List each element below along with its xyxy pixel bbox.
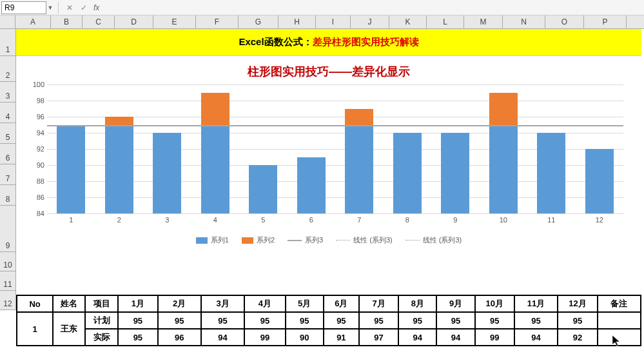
- row-header[interactable]: 8: [0, 185, 15, 206]
- row-header[interactable]: 11: [0, 271, 15, 291]
- cancel-icon[interactable]: ✕: [63, 3, 77, 12]
- select-all-corner[interactable]: [0, 15, 15, 28]
- legend-swatch-blue: [196, 237, 208, 244]
- table-cell[interactable]: 95: [558, 312, 597, 329]
- row-header[interactable]: 6: [0, 144, 15, 164]
- row-header[interactable]: 2: [0, 56, 15, 82]
- table-header-cell[interactable]: 项目: [85, 295, 118, 312]
- table-header-cell[interactable]: 10月: [475, 295, 514, 312]
- column-header[interactable]: L: [427, 15, 464, 28]
- column-header[interactable]: K: [389, 15, 427, 28]
- table-header-cell[interactable]: No: [17, 295, 53, 312]
- table-header-cell[interactable]: 7月: [359, 295, 398, 312]
- bar-series1[interactable]: [153, 133, 181, 213]
- table-header-cell[interactable]: 姓名: [53, 295, 85, 312]
- row-header[interactable]: 3: [0, 82, 15, 103]
- bar-series1[interactable]: [201, 125, 229, 214]
- table-cell[interactable]: 91: [324, 329, 359, 346]
- table-header-cell[interactable]: 8月: [398, 295, 436, 312]
- confirm-icon[interactable]: ✓: [77, 3, 91, 12]
- table-cell[interactable]: 96: [158, 329, 201, 346]
- table-cell[interactable]: 95: [475, 312, 514, 329]
- table-cell[interactable]: 99: [475, 329, 514, 346]
- table-header-cell[interactable]: 9月: [436, 295, 474, 312]
- table-header-cell[interactable]: 2月: [158, 295, 201, 312]
- table-cell[interactable]: 95: [398, 312, 436, 329]
- column-header[interactable]: D: [115, 15, 153, 28]
- column-header[interactable]: E: [153, 15, 196, 28]
- bar-series1[interactable]: [585, 149, 614, 213]
- table-header-cell[interactable]: 1月: [118, 295, 157, 312]
- table-cell[interactable]: [598, 312, 641, 329]
- table-cell[interactable]: 95: [118, 329, 157, 346]
- table-header-cell[interactable]: 4月: [244, 295, 285, 312]
- row-header[interactable]: 5: [0, 123, 15, 144]
- column-header[interactable]: A: [15, 15, 51, 28]
- table-cell[interactable]: 95: [514, 312, 558, 329]
- bar-series1[interactable]: [441, 133, 469, 213]
- table-cell[interactable]: 95: [158, 312, 201, 329]
- column-header[interactable]: C: [83, 15, 115, 28]
- table-header-cell[interactable]: 备注: [598, 295, 641, 312]
- name-box-dropdown-icon[interactable]: ▼: [46, 5, 54, 11]
- row-header[interactable]: 9: [0, 206, 15, 252]
- table-cell[interactable]: 94: [514, 329, 558, 346]
- table-header-cell[interactable]: 5月: [286, 295, 324, 312]
- table-cell[interactable]: 95: [436, 312, 474, 329]
- bar-series1[interactable]: [393, 133, 422, 213]
- column-header[interactable]: O: [545, 15, 584, 28]
- table-cell[interactable]: 实际: [85, 329, 118, 346]
- table-cell[interactable]: 94: [436, 329, 474, 346]
- row-header[interactable]: 12: [0, 291, 15, 310]
- table-cell[interactable]: 95: [359, 312, 398, 329]
- table-cell[interactable]: 92: [558, 329, 597, 346]
- table-cell[interactable]: 95: [324, 312, 359, 329]
- name-box[interactable]: R9: [1, 1, 46, 14]
- data-table[interactable]: No姓名项目1月2月3月4月5月6月7月8月9月10月11月12月备注 1王东计…: [16, 295, 641, 346]
- table-cell[interactable]: 95: [118, 312, 157, 329]
- table-cell[interactable]: 95: [201, 312, 244, 329]
- row-header[interactable]: 1: [0, 29, 15, 56]
- bar-series1[interactable]: [345, 125, 373, 214]
- column-header[interactable]: B: [51, 15, 83, 28]
- table-cell[interactable]: 90: [286, 329, 324, 346]
- bar-series2[interactable]: [201, 93, 229, 125]
- row-header[interactable]: 10: [0, 252, 15, 271]
- column-header[interactable]: N: [503, 15, 545, 28]
- bar-series1[interactable]: [249, 165, 277, 213]
- table-cell[interactable]: 计划: [85, 312, 118, 329]
- column-header[interactable]: M: [464, 15, 503, 28]
- y-axis-tick: 86: [23, 193, 44, 201]
- table-cell[interactable]: 95: [286, 312, 324, 329]
- bar-series1[interactable]: [489, 125, 518, 214]
- table-cell[interactable]: 99: [244, 329, 285, 346]
- formula-input[interactable]: [102, 1, 644, 14]
- table-header-cell[interactable]: 6月: [324, 295, 359, 312]
- table-cell[interactable]: 95: [244, 312, 285, 329]
- table-cell[interactable]: 94: [398, 329, 436, 346]
- table-cell[interactable]: 97: [359, 329, 398, 346]
- table-header-cell[interactable]: 12月: [558, 295, 597, 312]
- chart[interactable]: 柱形图实用技巧——差异化显示 8486889092949698100 12345…: [16, 56, 641, 295]
- table-cell[interactable]: 94: [201, 329, 244, 346]
- bar-series2[interactable]: [345, 109, 373, 125]
- bar-series1[interactable]: [297, 157, 326, 214]
- column-header[interactable]: H: [278, 15, 316, 28]
- table-cell[interactable]: 1: [17, 312, 53, 346]
- column-header[interactable]: F: [196, 15, 239, 28]
- column-header[interactable]: J: [351, 15, 389, 28]
- bar-series1[interactable]: [57, 125, 85, 214]
- column-header[interactable]: G: [239, 15, 278, 28]
- table-header-cell[interactable]: 11月: [514, 295, 558, 312]
- row-header[interactable]: 7: [0, 164, 15, 185]
- bar-series1[interactable]: [105, 125, 133, 214]
- bar-series2[interactable]: [105, 117, 133, 125]
- bar-series2[interactable]: [489, 93, 518, 125]
- bar-series1[interactable]: [537, 133, 565, 213]
- table-header-cell[interactable]: 3月: [201, 295, 244, 312]
- column-header[interactable]: P: [584, 15, 627, 28]
- table-cell[interactable]: 王东: [53, 312, 85, 346]
- row-header[interactable]: 4: [0, 103, 15, 123]
- fx-icon[interactable]: fx: [93, 3, 99, 12]
- column-header[interactable]: I: [316, 15, 351, 28]
